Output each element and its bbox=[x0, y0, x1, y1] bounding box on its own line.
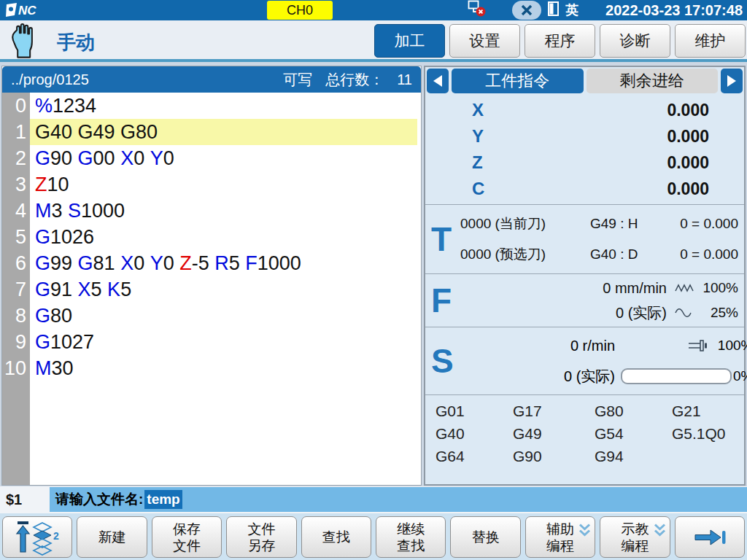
tool-comp-value: 0 = 0.000 bbox=[676, 246, 738, 262]
code-text: G90 G00 X0 Y0 bbox=[30, 145, 417, 171]
tool-row-1: 0000 (预选刀)G40 : D0 = 0.000 bbox=[460, 242, 738, 267]
tab-remaining-feed[interactable]: 剩余进给 bbox=[587, 69, 719, 93]
softkey-find-next[interactable]: 继续查找 bbox=[376, 516, 446, 558]
code-text: %1234 bbox=[30, 93, 417, 119]
axis-row-C: C0.000 bbox=[425, 176, 744, 201]
axis-name: C bbox=[425, 179, 476, 199]
softkey-teach-programming[interactable]: 示教编程 bbox=[600, 516, 670, 558]
editor-body[interactable]: 0%12341G40 G49 G802G90 G00 X0 Y03Z104M3 … bbox=[2, 93, 421, 485]
tab-workpiece-command[interactable]: 工件指令 bbox=[452, 69, 584, 93]
softkey-label: 新建 bbox=[98, 529, 126, 545]
softkey-label: 继续查找 bbox=[397, 521, 425, 554]
code-line-9[interactable]: 9G1027 bbox=[2, 329, 421, 355]
code-line-0[interactable]: 0%1234 bbox=[2, 93, 421, 119]
spindle-speed-row: 0 r/min 100% bbox=[460, 333, 747, 358]
spindle-load-pct: 0% bbox=[732, 368, 747, 384]
feed-value: 0 mm/min bbox=[460, 280, 671, 297]
spindle-section: S 0 r/min 100% 0 (实际) bbox=[425, 327, 744, 394]
code-text: G80 bbox=[30, 303, 417, 329]
axis-value: 0.000 bbox=[476, 101, 744, 120]
program-editor: ../prog/0125 可写 总行数： 11 0%12341G40 G49 G… bbox=[1, 66, 422, 486]
code-line-1[interactable]: 1G40 G49 G80 bbox=[2, 119, 421, 145]
softkey-save-as[interactable]: 文件另存 bbox=[226, 516, 296, 558]
softkey-label: 示教编程 bbox=[621, 521, 649, 554]
softkey-find[interactable]: 查找 bbox=[301, 516, 371, 558]
softkey-page-top-layers[interactable]: 2 bbox=[2, 516, 72, 558]
feed-override-icon bbox=[671, 283, 697, 293]
svg-text:NC: NC bbox=[18, 4, 36, 18]
menu-tab-设置[interactable]: 设置 bbox=[449, 24, 520, 58]
softkey-replace[interactable]: 替换 bbox=[450, 516, 520, 558]
mode-indicator: 手动 bbox=[7, 22, 95, 63]
feed-row-1: 0 (实际)25% bbox=[460, 302, 738, 324]
axis-value: 0.000 bbox=[476, 127, 744, 147]
code-line-3[interactable]: 3Z10 bbox=[2, 171, 421, 198]
menu-tab-诊断[interactable]: 诊断 bbox=[600, 24, 670, 58]
softkey-label: 辅助编程 bbox=[546, 521, 574, 554]
code-line-8[interactable]: 8G80 bbox=[2, 303, 421, 329]
code-text: G1026 bbox=[30, 224, 417, 250]
code-line-6[interactable]: 6G99 G81 X0 Y0 Z-5 R5 F1000 bbox=[2, 250, 421, 276]
code-line-4[interactable]: 4M3 S1000 bbox=[2, 198, 421, 224]
tool-number: 0000 (预选刀) bbox=[460, 245, 590, 264]
code-text: G99 G81 X0 Y0 Z-5 R5 F1000 bbox=[30, 250, 417, 276]
tool-comp-value: 0 = 0.000 bbox=[676, 216, 738, 232]
feed-value: 0 (实际) bbox=[460, 303, 671, 323]
softkey-label: 替换 bbox=[472, 529, 500, 545]
modal-gcode-G01: G01 bbox=[436, 402, 513, 425]
code-text: M30 bbox=[30, 355, 417, 381]
filename-value[interactable]: temp bbox=[144, 490, 182, 509]
program-path: ../prog/0125 bbox=[11, 71, 89, 88]
modal-gcode-G40: G40 bbox=[436, 425, 513, 448]
total-lines-value: 11 bbox=[397, 71, 412, 88]
code-line-7[interactable]: 7G91 X5 K5 bbox=[2, 276, 421, 303]
network-error-icon bbox=[468, 0, 487, 20]
spindle-speed-value: 0 r/min bbox=[460, 338, 615, 354]
spindle-override-pct: 100% bbox=[712, 338, 747, 354]
spindle-actual-row: 0 (实际) 0% bbox=[460, 364, 747, 389]
feed-letter: F bbox=[425, 274, 460, 327]
axis-position-list: X0.000Y0.000Z0.000C0.000 bbox=[425, 95, 744, 204]
code-line-10[interactable]: 10M30 bbox=[2, 355, 421, 381]
modal-gcode-G49: G49 bbox=[513, 425, 595, 448]
code-line-5[interactable]: 5G1026 bbox=[2, 224, 421, 250]
axis-value: 0.000 bbox=[476, 153, 744, 173]
axis-row-Y: Y0.000 bbox=[425, 124, 744, 149]
prev-view-arrow-icon[interactable] bbox=[427, 69, 449, 93]
filename-input[interactable]: 请输入文件名: temp bbox=[50, 487, 747, 512]
menu-tab-维护[interactable]: 维护 bbox=[675, 24, 746, 58]
softkey-aux-programming[interactable]: 辅助编程 bbox=[525, 516, 595, 558]
softkey-new[interactable]: 新建 bbox=[77, 516, 147, 558]
datetime-display: 2022-03-23 17:07:48 bbox=[605, 2, 743, 19]
line-number: 2 bbox=[2, 147, 30, 170]
status-panel: 工件指令 剩余进给 X0.000Y0.000Z0.000C0.000 T 000… bbox=[424, 66, 746, 486]
filename-prompt: 请输入文件名: bbox=[55, 490, 143, 509]
softkey-label: 文件另存 bbox=[247, 521, 275, 554]
feed-section: F 0 mm/min100%0 (实际)25% bbox=[425, 273, 744, 327]
axis-name: X bbox=[425, 100, 476, 120]
modal-gcode-G21: G21 bbox=[672, 402, 747, 425]
tool-comp-code: G49 : H bbox=[590, 216, 676, 232]
close-message-icon[interactable] bbox=[512, 1, 541, 20]
next-menu-icon bbox=[693, 528, 727, 547]
line-number: 0 bbox=[2, 95, 30, 117]
softkey-toolbar: 2新建保存文件文件另存查找继续查找替换辅助编程示教编程 bbox=[0, 513, 747, 560]
keyboard-layout-icon[interactable] bbox=[548, 1, 559, 19]
modal-gcode-G5.1Q0: G5.1Q0 bbox=[672, 425, 747, 448]
softkey-next-menu[interactable] bbox=[675, 516, 745, 558]
tool-letter: T bbox=[425, 205, 460, 273]
menu-tab-加工[interactable]: 加工 bbox=[374, 24, 445, 58]
mode-label: 手动 bbox=[57, 30, 95, 55]
softkey-save-file[interactable]: 保存文件 bbox=[152, 516, 222, 558]
menu-tab-程序[interactable]: 程序 bbox=[525, 24, 595, 58]
code-line-2[interactable]: 2G90 G00 X0 Y0 bbox=[2, 145, 421, 171]
softkey-label: 保存文件 bbox=[173, 521, 201, 554]
tool-number: 0000 (当前刀) bbox=[460, 214, 590, 233]
mode-bar: 手动 加工设置程序诊断维护 bbox=[0, 20, 747, 62]
next-view-arrow-icon[interactable] bbox=[721, 69, 743, 93]
line-number: 1 bbox=[2, 121, 30, 144]
axis-value: 0.000 bbox=[476, 179, 744, 199]
line-number: 3 bbox=[2, 174, 30, 196]
softkey-label: 查找 bbox=[322, 529, 350, 545]
language-indicator[interactable]: 英 bbox=[565, 1, 578, 19]
